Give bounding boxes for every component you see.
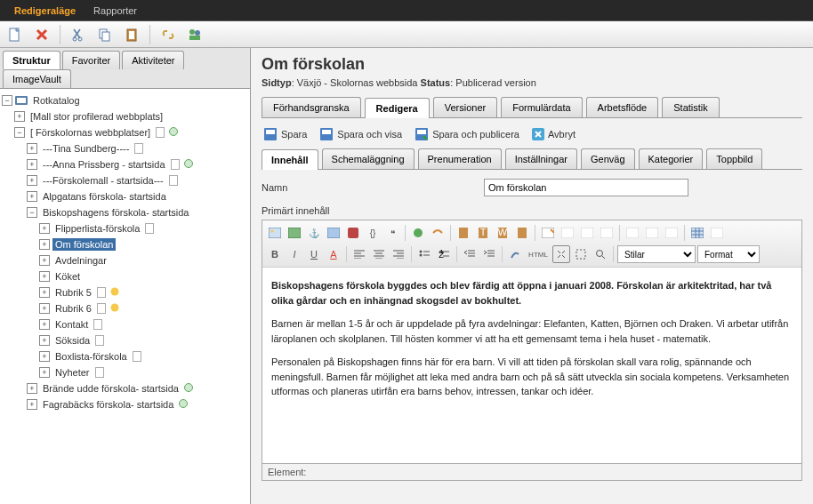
italic-icon[interactable]: I xyxy=(286,245,303,263)
tree-node[interactable]: +Alpgatans förskola- startsida xyxy=(2,188,248,204)
picture-icon[interactable] xyxy=(325,224,342,242)
expand-icon[interactable]: + xyxy=(14,111,25,122)
expand-icon[interactable]: + xyxy=(39,303,50,314)
indent-icon[interactable] xyxy=(480,245,498,263)
row-before-icon[interactable] xyxy=(559,224,576,242)
table-edit-icon[interactable] xyxy=(539,224,557,242)
flash-icon[interactable] xyxy=(344,224,362,242)
align-center-icon[interactable] xyxy=(370,245,388,263)
tab-scheduling[interactable]: Schemaläggning xyxy=(322,148,415,169)
tree-node[interactable]: +Boxlista-förskola xyxy=(2,348,248,364)
expand-icon[interactable]: + xyxy=(27,159,37,170)
expand-icon[interactable]: + xyxy=(39,335,50,346)
tree-node[interactable]: +Nyheter xyxy=(2,364,248,380)
source-icon[interactable]: HTML xyxy=(526,245,551,263)
format-select[interactable]: Format xyxy=(697,245,760,263)
tree-node[interactable]: +Flipperlista-förskola xyxy=(2,220,248,236)
name-input[interactable] xyxy=(484,179,688,196)
merge-cells-icon[interactable] xyxy=(708,224,726,242)
tab-versions[interactable]: Versioner xyxy=(433,97,497,117)
anchor-icon[interactable]: ⚓ xyxy=(305,224,323,242)
tab-imagevault[interactable]: ImageVault xyxy=(3,69,71,88)
tree-node[interactable]: +Rubrik 5 xyxy=(2,284,248,300)
paste-icon[interactable] xyxy=(455,224,472,242)
expand-icon[interactable]: + xyxy=(27,383,37,394)
expand-icon[interactable]: + xyxy=(39,223,50,234)
expand-icon[interactable]: + xyxy=(39,319,50,330)
cancel-button[interactable]: Avbryt xyxy=(532,128,576,140)
paste-word-icon[interactable]: W xyxy=(494,224,511,242)
paste-special-icon[interactable] xyxy=(513,224,531,242)
tree-node[interactable]: +---Förskolemall - startsida--- xyxy=(2,172,248,188)
collapse-icon[interactable]: − xyxy=(14,127,25,138)
tree-node[interactable]: +Fagrabäcks förskola- startsida xyxy=(2,396,248,412)
tab-settings[interactable]: Inställningar xyxy=(505,148,577,169)
cut-icon[interactable] xyxy=(67,23,90,46)
table-insert-icon[interactable] xyxy=(688,224,706,242)
link-icon[interactable] xyxy=(409,224,427,242)
tab-categories[interactable]: Kategorier xyxy=(639,148,704,169)
menu-reports[interactable]: Rapporter xyxy=(85,2,146,20)
align-right-icon[interactable] xyxy=(390,245,407,263)
col-after-icon[interactable] xyxy=(643,224,661,242)
paste-icon[interactable] xyxy=(120,23,143,46)
row-after-icon[interactable] xyxy=(578,224,596,242)
tab-structure[interactable]: Struktur xyxy=(3,51,60,69)
col-before-icon[interactable] xyxy=(624,224,641,242)
tree-node[interactable]: +Kontakt xyxy=(2,316,248,332)
bold-icon[interactable]: B xyxy=(266,245,284,263)
expand-icon[interactable]: + xyxy=(27,143,37,154)
tab-subscription[interactable]: Prenumeration xyxy=(418,148,502,169)
tree-node[interactable]: +Köket xyxy=(2,268,248,284)
bullet-list-icon[interactable] xyxy=(415,245,433,263)
expand-icon[interactable]: + xyxy=(39,351,50,362)
tree-node[interactable]: +---Tina Sundberg---- xyxy=(2,140,248,156)
unlink-icon[interactable] xyxy=(429,224,447,242)
col-delete-icon[interactable] xyxy=(663,224,680,242)
select-all-icon[interactable] xyxy=(572,245,590,263)
tab-activities[interactable]: Aktiviteter xyxy=(122,51,184,69)
find-icon[interactable] xyxy=(592,245,609,263)
tree-node[interactable]: +Avdelningar xyxy=(2,252,248,268)
tree-root[interactable]: −Rotkatalog xyxy=(2,92,248,108)
expand-icon[interactable]: + xyxy=(27,175,37,186)
save-view-button[interactable]: Spara och visa xyxy=(319,127,402,141)
code-block-icon[interactable]: {} xyxy=(364,224,382,242)
expand-icon[interactable]: + xyxy=(39,239,50,250)
tree-node[interactable]: +Brände udde förskola- startsida xyxy=(2,380,248,396)
users-icon[interactable] xyxy=(183,23,206,46)
save-button[interactable]: Spara xyxy=(263,127,307,141)
expand-icon[interactable]: + xyxy=(39,367,50,378)
delete-icon[interactable] xyxy=(30,23,53,46)
tab-formdata[interactable]: Formulärdata xyxy=(501,97,582,117)
tab-statistics[interactable]: Statistik xyxy=(662,97,720,117)
quote-icon[interactable]: ❝ xyxy=(383,224,401,242)
rte-content[interactable]: Biskopshagens förskola byggdes och blev … xyxy=(262,268,801,463)
tree-node[interactable]: +Söksida xyxy=(2,332,248,348)
styles-select[interactable]: Stilar xyxy=(617,245,696,263)
page-tree[interactable]: −Rotkatalog +[Mall stor profilerad webbp… xyxy=(0,89,250,504)
paste-text-icon[interactable]: T xyxy=(474,224,492,242)
row-delete-icon[interactable] xyxy=(598,224,616,242)
expand-icon[interactable]: + xyxy=(39,255,50,266)
expand-icon[interactable]: + xyxy=(27,191,37,202)
tab-edit[interactable]: Redigera xyxy=(365,98,430,118)
align-left-icon[interactable] xyxy=(350,245,368,263)
fullscreen-icon[interactable] xyxy=(552,245,570,263)
numbered-list-icon[interactable]: 12 xyxy=(435,245,453,263)
tree-node[interactable]: −Biskopshagens förskola- startsida xyxy=(2,204,248,220)
tree-node[interactable]: +Rubrik 6 xyxy=(2,300,248,316)
collapse-icon[interactable]: − xyxy=(27,207,37,218)
image-icon[interactable] xyxy=(266,224,284,242)
tree-node[interactable]: +---Anna Prissberg - startsida xyxy=(2,156,248,172)
media-icon[interactable] xyxy=(286,224,303,242)
tab-preview[interactable]: Förhandsgranska xyxy=(262,97,361,117)
copy-icon[interactable] xyxy=(93,23,117,46)
underline-icon[interactable]: U xyxy=(305,245,323,263)
menu-edit-mode[interactable]: Redigeraläge xyxy=(5,2,85,20)
new-page-icon[interactable] xyxy=(4,23,27,46)
remove-format-icon[interactable] xyxy=(506,245,524,263)
tree-node[interactable]: −[ Förskolornas webbplatser] xyxy=(2,124,248,140)
text-color-icon[interactable]: A xyxy=(325,245,342,263)
outdent-icon[interactable] xyxy=(461,245,479,263)
